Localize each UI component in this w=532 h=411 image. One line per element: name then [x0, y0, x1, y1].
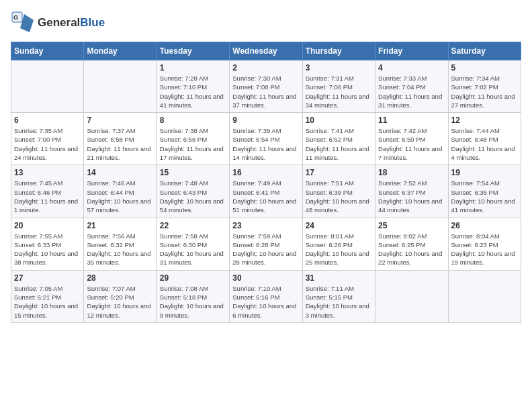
calendar-cell: 17Sunrise: 7:51 AM Sunset: 6:39 PM Dayli… — [302, 165, 375, 218]
day-detail: Sunrise: 7:52 AM Sunset: 6:37 PM Dayligh… — [378, 179, 445, 214]
logo: G GeneralBlue — [11, 11, 105, 35]
day-detail: Sunrise: 7:54 AM Sunset: 6:35 PM Dayligh… — [451, 179, 518, 214]
calendar-cell: 6Sunrise: 7:35 AM Sunset: 7:00 PM Daylig… — [11, 113, 84, 165]
calendar-cell: 3Sunrise: 7:31 AM Sunset: 7:06 PM Daylig… — [302, 60, 375, 113]
calendar-week-4: 27Sunrise: 7:05 AM Sunset: 5:21 PM Dayli… — [11, 270, 521, 322]
calendar-cell: 2Sunrise: 7:30 AM Sunset: 7:08 PM Daylig… — [230, 60, 302, 113]
day-detail: Sunrise: 7:35 AM Sunset: 7:00 PM Dayligh… — [14, 126, 81, 162]
day-detail: Sunrise: 7:38 AM Sunset: 6:56 PM Dayligh… — [160, 126, 226, 162]
day-number: 20 — [14, 221, 81, 230]
day-number: 30 — [232, 273, 299, 283]
calendar-cell: 18Sunrise: 7:52 AM Sunset: 6:37 PM Dayli… — [375, 165, 448, 218]
logo-icon: G — [11, 11, 35, 35]
day-number: 15 — [160, 168, 226, 177]
calendar-body: 1Sunrise: 7:28 AM Sunset: 7:10 PM Daylig… — [11, 60, 521, 323]
day-detail: Sunrise: 7:51 AM Sunset: 6:39 PM Dayligh… — [306, 179, 372, 214]
day-detail: Sunrise: 7:58 AM Sunset: 6:30 PM Dayligh… — [160, 232, 226, 267]
weekday-header-monday: Monday — [84, 42, 157, 60]
calendar-week-2: 13Sunrise: 7:45 AM Sunset: 6:46 PM Dayli… — [11, 165, 521, 218]
day-detail: Sunrise: 7:46 AM Sunset: 6:44 PM Dayligh… — [87, 179, 153, 214]
calendar-cell: 7Sunrise: 7:37 AM Sunset: 6:58 PM Daylig… — [84, 113, 157, 165]
svg-text:G: G — [13, 14, 18, 21]
calendar-cell: 8Sunrise: 7:38 AM Sunset: 6:56 PM Daylig… — [157, 113, 229, 165]
calendar-cell: 25Sunrise: 8:02 AM Sunset: 6:25 PM Dayli… — [375, 218, 448, 270]
day-detail: Sunrise: 7:30 AM Sunset: 7:08 PM Dayligh… — [232, 74, 299, 109]
day-detail: Sunrise: 8:02 AM Sunset: 6:25 PM Dayligh… — [378, 232, 445, 267]
calendar-cell: 13Sunrise: 7:45 AM Sunset: 6:46 PM Dayli… — [11, 165, 84, 218]
calendar-cell: 1Sunrise: 7:28 AM Sunset: 7:10 PM Daylig… — [157, 60, 229, 113]
day-number: 1 — [160, 63, 226, 73]
day-detail: Sunrise: 7:10 AM Sunset: 5:16 PM Dayligh… — [232, 284, 299, 320]
calendar-cell — [448, 270, 521, 322]
calendar-cell: 24Sunrise: 8:01 AM Sunset: 6:26 PM Dayli… — [302, 218, 375, 270]
day-detail: Sunrise: 7:48 AM Sunset: 6:43 PM Dayligh… — [160, 179, 226, 214]
calendar-cell: 27Sunrise: 7:05 AM Sunset: 5:21 PM Dayli… — [11, 270, 84, 322]
day-detail: Sunrise: 7:31 AM Sunset: 7:06 PM Dayligh… — [306, 74, 372, 109]
day-detail: Sunrise: 7:41 AM Sunset: 6:52 PM Dayligh… — [306, 126, 372, 162]
calendar-cell: 4Sunrise: 7:33 AM Sunset: 7:04 PM Daylig… — [375, 60, 448, 113]
weekday-header-wednesday: Wednesday — [230, 42, 302, 60]
weekday-header-row: SundayMondayTuesdayWednesdayThursdayFrid… — [11, 42, 521, 60]
day-number: 16 — [232, 168, 299, 177]
day-number: 3 — [306, 63, 372, 73]
calendar-cell: 31Sunrise: 7:11 AM Sunset: 5:15 PM Dayli… — [302, 270, 375, 322]
calendar-cell — [11, 60, 84, 113]
calendar-cell: 5Sunrise: 7:34 AM Sunset: 7:02 PM Daylig… — [448, 60, 521, 113]
calendar-cell: 22Sunrise: 7:58 AM Sunset: 6:30 PM Dayli… — [157, 218, 229, 270]
calendar-cell: 23Sunrise: 7:59 AM Sunset: 6:28 PM Dayli… — [230, 218, 302, 270]
day-number: 4 — [378, 63, 445, 73]
day-detail: Sunrise: 7:33 AM Sunset: 7:04 PM Dayligh… — [378, 74, 445, 109]
day-detail: Sunrise: 7:45 AM Sunset: 6:46 PM Dayligh… — [14, 179, 81, 214]
day-number: 11 — [378, 116, 445, 125]
day-number: 17 — [306, 168, 372, 177]
day-detail: Sunrise: 7:11 AM Sunset: 5:15 PM Dayligh… — [306, 284, 372, 320]
weekday-header-thursday: Thursday — [302, 42, 375, 60]
day-number: 8 — [160, 116, 226, 125]
day-number: 27 — [14, 273, 81, 283]
calendar-cell: 10Sunrise: 7:41 AM Sunset: 6:52 PM Dayli… — [302, 113, 375, 165]
day-number: 28 — [87, 273, 153, 283]
day-number: 23 — [232, 221, 299, 230]
weekday-header-saturday: Saturday — [448, 42, 521, 60]
day-number: 22 — [160, 221, 226, 230]
day-detail: Sunrise: 7:07 AM Sunset: 5:20 PM Dayligh… — [87, 284, 153, 320]
calendar-table: SundayMondayTuesdayWednesdayThursdayFrid… — [11, 42, 521, 323]
calendar-week-1: 6Sunrise: 7:35 AM Sunset: 7:00 PM Daylig… — [11, 113, 521, 165]
day-detail: Sunrise: 7:34 AM Sunset: 7:02 PM Dayligh… — [451, 74, 518, 109]
day-detail: Sunrise: 7:39 AM Sunset: 6:54 PM Dayligh… — [232, 126, 299, 162]
day-detail: Sunrise: 7:59 AM Sunset: 6:28 PM Dayligh… — [232, 232, 299, 267]
calendar-week-3: 20Sunrise: 7:55 AM Sunset: 6:33 PM Dayli… — [11, 218, 521, 270]
weekday-header-tuesday: Tuesday — [157, 42, 229, 60]
day-number: 18 — [378, 168, 445, 177]
calendar-cell: 28Sunrise: 7:07 AM Sunset: 5:20 PM Dayli… — [84, 270, 157, 322]
day-number: 25 — [378, 221, 445, 230]
day-number: 31 — [306, 273, 372, 283]
day-number: 24 — [306, 221, 372, 230]
calendar-cell — [84, 60, 157, 113]
calendar-cell: 21Sunrise: 7:56 AM Sunset: 6:32 PM Dayli… — [84, 218, 157, 270]
day-number: 10 — [306, 116, 372, 125]
day-number: 13 — [14, 168, 81, 177]
day-number: 12 — [451, 116, 518, 125]
day-number: 14 — [87, 168, 153, 177]
day-number: 21 — [87, 221, 153, 230]
day-detail: Sunrise: 7:49 AM Sunset: 6:41 PM Dayligh… — [232, 179, 299, 214]
day-detail: Sunrise: 7:05 AM Sunset: 5:21 PM Dayligh… — [14, 284, 81, 320]
day-number: 19 — [451, 168, 518, 177]
day-number: 2 — [232, 63, 299, 73]
weekday-header-friday: Friday — [375, 42, 448, 60]
day-number: 6 — [14, 116, 81, 125]
calendar-cell: 14Sunrise: 7:46 AM Sunset: 6:44 PM Dayli… — [84, 165, 157, 218]
day-number: 5 — [451, 63, 518, 73]
day-detail: Sunrise: 8:04 AM Sunset: 6:23 PM Dayligh… — [451, 232, 518, 267]
calendar-cell: 26Sunrise: 8:04 AM Sunset: 6:23 PM Dayli… — [448, 218, 521, 270]
day-detail: Sunrise: 7:55 AM Sunset: 6:33 PM Dayligh… — [14, 232, 81, 267]
logo-text: GeneralBlue — [38, 16, 105, 30]
day-detail: Sunrise: 8:01 AM Sunset: 6:26 PM Dayligh… — [306, 232, 372, 267]
day-number: 26 — [451, 221, 518, 230]
day-detail: Sunrise: 7:44 AM Sunset: 6:48 PM Dayligh… — [451, 126, 518, 162]
calendar-cell: 9Sunrise: 7:39 AM Sunset: 6:54 PM Daylig… — [230, 113, 302, 165]
calendar-cell — [375, 270, 448, 322]
calendar-cell: 12Sunrise: 7:44 AM Sunset: 6:48 PM Dayli… — [448, 113, 521, 165]
day-number: 29 — [160, 273, 226, 283]
